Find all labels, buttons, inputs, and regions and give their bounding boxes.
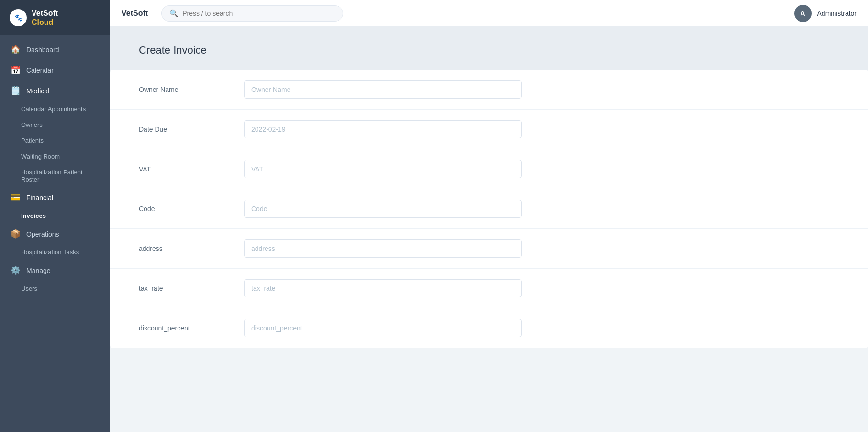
form-label-date-due: Date Due: [139, 125, 244, 133]
operations-icon: 📦: [11, 229, 21, 239]
avatar: A: [794, 5, 812, 22]
form-label-discount-percent: discount_percent: [139, 324, 244, 332]
sidebar-subitem-users[interactable]: Users: [0, 281, 110, 296]
sidebar-subitem-patients[interactable]: Patients: [0, 133, 110, 148]
sidebar-item-calendar[interactable]: 📅 Calendar: [0, 60, 110, 80]
form-input-owner-name[interactable]: [244, 80, 522, 99]
form-label-address: address: [139, 245, 244, 252]
form-row-vat: VAT: [110, 149, 868, 189]
sidebar-subitem-hospitalization-tasks[interactable]: Hospitalization Tasks: [0, 244, 110, 260]
search-box[interactable]: 🔍: [161, 5, 343, 22]
sidebar-item-label: Dashboard: [26, 46, 59, 54]
sidebar-subitem-calendar-appointments[interactable]: Calendar Appointments: [0, 101, 110, 117]
topbar: VetSoft 🔍 A Administrator: [110, 0, 868, 27]
form-label-vat: VAT: [139, 165, 244, 173]
sidebar-item-medical[interactable]: 🗒️ Medical: [0, 80, 110, 101]
sidebar-item-operations[interactable]: 📦 Operations: [0, 224, 110, 244]
home-icon: 🏠: [11, 45, 21, 55]
form-row-discount-percent: discount_percent: [110, 308, 868, 348]
sidebar-item-financial[interactable]: 💳 Financial: [0, 187, 110, 208]
financial-icon: 💳: [11, 193, 21, 203]
form-row-owner-name: Owner Name: [110, 70, 868, 110]
sidebar-item-manage[interactable]: ⚙️ Manage: [0, 260, 110, 281]
page-header: Create Invoice: [110, 27, 868, 70]
form-input-tax-rate[interactable]: [244, 279, 522, 297]
admin-name: Administrator: [817, 10, 857, 17]
topbar-brand: VetSoft: [122, 9, 148, 18]
sidebar-item-label: Calendar: [26, 67, 54, 74]
sidebar: 🐾 VetSoftCloud 🏠 Dashboard 📅 Calendar 🗒️…: [0, 0, 110, 432]
medical-icon: 🗒️: [11, 86, 21, 96]
page-title: Create Invoice: [139, 44, 839, 57]
sidebar-item-label: Medical: [26, 87, 49, 95]
form-label-owner-name: Owner Name: [139, 86, 244, 93]
nav-section-main: 🏠 Dashboard 📅 Calendar 🗒️ Medical Calend…: [0, 35, 110, 300]
sidebar-subitem-waiting-room[interactable]: Waiting Room: [0, 148, 110, 164]
sidebar-item-label: Manage: [26, 267, 51, 274]
form-input-date-due[interactable]: [244, 120, 522, 138]
form-row-tax-rate: tax_rate: [110, 269, 868, 308]
sidebar-item-label: Operations: [26, 230, 59, 238]
sidebar-item-dashboard[interactable]: 🏠 Dashboard: [0, 39, 110, 60]
search-icon: 🔍: [169, 9, 178, 18]
logo-text: VetSoftCloud: [32, 9, 58, 27]
search-input[interactable]: [182, 10, 335, 17]
main-area: VetSoft 🔍 A Administrator Create Invoice…: [110, 0, 868, 432]
form-input-address[interactable]: [244, 239, 522, 258]
sidebar-item-label: Financial: [26, 194, 53, 202]
form-row-address: address: [110, 229, 868, 269]
content-area: Create Invoice Owner NameDate DueVATCode…: [110, 27, 868, 432]
sidebar-subitem-invoices[interactable]: Invoices: [0, 208, 110, 224]
form-input-code[interactable]: [244, 200, 522, 218]
sidebar-subitem-hospitalization-roster[interactable]: Hospitalization Patient Roster: [0, 164, 110, 187]
logo-icon: 🐾: [10, 9, 27, 26]
form-label-tax-rate: tax_rate: [139, 284, 244, 292]
calendar-icon: 📅: [11, 65, 21, 75]
form-label-code: Code: [139, 205, 244, 213]
topbar-right: A Administrator: [794, 5, 857, 22]
create-invoice-form: Owner NameDate DueVATCodeaddresstax_rate…: [110, 70, 868, 348]
manage-icon: ⚙️: [11, 265, 21, 275]
form-row-code: Code: [110, 189, 868, 229]
sidebar-logo: 🐾 VetSoftCloud: [0, 0, 110, 35]
form-input-discount-percent[interactable]: [244, 319, 522, 337]
form-input-vat[interactable]: [244, 160, 522, 178]
form-row-date-due: Date Due: [110, 110, 868, 149]
sidebar-subitem-owners[interactable]: Owners: [0, 117, 110, 133]
